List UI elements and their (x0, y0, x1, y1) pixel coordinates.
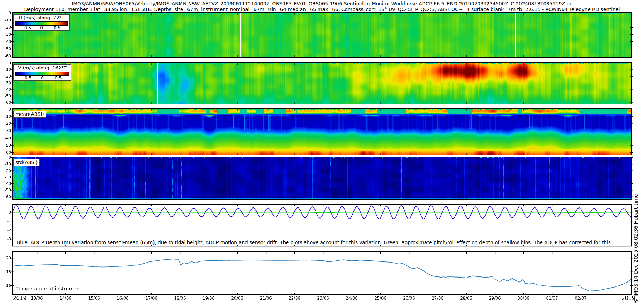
u-colorbar-tick: -0.5 (23, 25, 31, 30)
u-velocity-legend-title: U (m/s) along -72°T (14, 15, 69, 21)
y-tick-label: 0 (0, 155, 11, 160)
x-axis-date-label: 02/07 (571, 296, 591, 301)
x-axis-date-label: 01/07 (542, 296, 562, 301)
depth-variation-annotation: Blue: ADCP Depth (m) variation from sens… (17, 240, 612, 245)
y-tick-label: -3 (0, 237, 11, 241)
y-tick-label: -40 (0, 181, 11, 186)
x-axis-date-label: 22/06 (284, 296, 304, 301)
v-colorbar-tick: -0.5 (23, 75, 31, 80)
x-axis-date-label: 14/06 (55, 296, 75, 301)
x-axis-date-label: 18/06 (170, 296, 190, 301)
x-axis-year-label-right: 2019 (621, 295, 635, 301)
x-axis-date-label: 28/06 (456, 296, 476, 301)
v-velocity-legend-title: V (m/s) along -162°T (14, 65, 71, 71)
x-axis-date-label: 15/06 (84, 296, 104, 301)
y-tick-label: 0 (0, 210, 11, 215)
y-tick-label: -40 (0, 136, 11, 141)
u-colorbar-tick: 0 (40, 25, 43, 30)
mean-absi-label: mean(ABSI) (14, 111, 46, 117)
y-tick-label: -20 (0, 25, 11, 30)
y-tick-label: 0 (0, 107, 11, 112)
y-tick-label: 16 (0, 283, 11, 288)
y-tick-label: -60 (0, 100, 11, 105)
y-tick-label: -10 (0, 18, 11, 23)
x-axis-date-label: 26/06 (399, 296, 419, 301)
v-colorbar-tick: 0 (41, 75, 44, 80)
copyright-vertical-text: © IMOS 14-Dec-2025 08:02:36 Hobart time (633, 170, 639, 303)
y-tick-label: -50 (0, 94, 11, 98)
y-tick-label: -30 (0, 32, 11, 37)
mean-absi-label-box: mean(ABSI) (13, 111, 46, 118)
y-tick-label: -10 (0, 67, 11, 72)
v-colorbar-tick: 0.5 (55, 75, 62, 80)
v-velocity-legend: V (m/s) along -162°T -0.5 0 0.5 (13, 64, 71, 81)
y-tick-label: -60 (0, 150, 11, 155)
y-tick-label: -40 (0, 87, 11, 92)
plots-canvas (0, 0, 644, 304)
y-tick-label: -30 (0, 80, 11, 85)
std-absi-label-box: std(ABSI) (13, 159, 40, 166)
x-axis-date-label: 30/06 (513, 296, 533, 301)
x-axis-date-label: 29/06 (485, 296, 505, 301)
adcp-plot-figure: IMOS/ANMN/NSW/ORS065/Velocity/IMOS_ANMN-… (0, 0, 644, 304)
x-axis-year-label-left: 2019 (13, 295, 26, 301)
y-tick-label: -60 (0, 195, 11, 199)
x-axis-date-label: 24/06 (342, 296, 362, 301)
y-tick-label: -30 (0, 175, 11, 180)
y-tick-label: -1 (0, 219, 11, 224)
x-axis-date-label: 23/06 (313, 296, 333, 301)
y-tick-label: -50 (0, 143, 11, 148)
y-tick-label: -40 (0, 39, 11, 44)
y-tick-label: -20 (0, 121, 11, 126)
y-tick-label: -60 (0, 54, 11, 58)
y-tick-label: 0 (0, 11, 11, 15)
u-velocity-legend: U (m/s) along -72°T -0.5 0 0.5 (13, 14, 70, 31)
x-axis-date-label: 20/06 (227, 296, 247, 301)
std-absi-label: std(ABSI) (14, 159, 39, 166)
x-axis-date-label: 13/06 (27, 296, 47, 301)
y-tick-label: -2 (0, 228, 11, 232)
y-tick-label: 20 (0, 256, 11, 260)
x-axis-date-label: 16/06 (113, 296, 133, 301)
u-colorbar-tick: 0.5 (54, 25, 60, 30)
y-tick-label: -10 (0, 162, 11, 166)
x-axis-date-label: 25/06 (370, 296, 390, 301)
y-tick-label: 0 (0, 61, 11, 65)
y-tick-label: 18 (0, 270, 11, 274)
x-axis-date-label: 21/06 (256, 296, 276, 301)
x-axis-date-label: 27/06 (428, 296, 448, 301)
y-tick-label: -30 (0, 128, 11, 133)
x-axis-date-label: 19/06 (199, 296, 219, 301)
y-tick-label: -50 (0, 46, 11, 51)
x-axis-date-label: 17/06 (141, 296, 161, 301)
y-tick-label: -20 (0, 168, 11, 173)
temperature-panel-label: Temperature at instrument (16, 286, 82, 291)
y-tick-label: -10 (0, 114, 11, 119)
y-tick-label: -20 (0, 74, 11, 79)
y-tick-label: -50 (0, 188, 11, 192)
